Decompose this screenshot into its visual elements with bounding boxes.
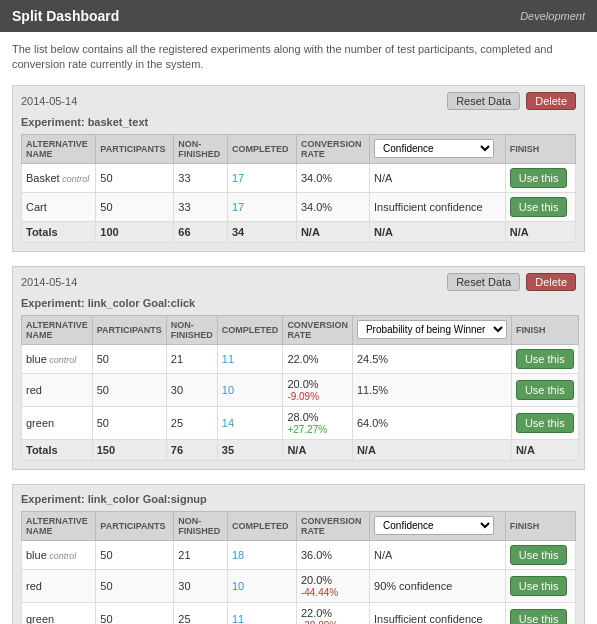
cell-participants-0-1: 50 [96, 192, 174, 221]
cell-metric-1-0: 24.5% [352, 344, 511, 373]
col-header-alt-1: ALTERNATIVE NAME [22, 315, 93, 344]
totals-non-finished-1: 76 [166, 439, 217, 460]
cell-participants-1-2: 50 [92, 406, 166, 439]
totals-conv-rate-0: N/A [296, 221, 369, 242]
cell-alt-1-0: blue control [22, 344, 93, 373]
cell-metric-2-2: Insufficient confidence [370, 602, 506, 624]
reset-button-0[interactable]: Reset Data [447, 92, 520, 110]
col-header-comp-2: COMPLETED [228, 511, 297, 540]
use-button-0-0[interactable]: Use this [510, 168, 568, 188]
totals-row-1: Totals1507635N/AN/AN/A [22, 439, 579, 460]
table-row-2-0: blue control50211836.0%N/AUse this [22, 540, 576, 569]
cell-completed-2-1: 10 [228, 569, 297, 602]
cell-conv-2-0: 36.0% [296, 540, 369, 569]
cell-completed-2-0: 18 [228, 540, 297, 569]
col-header-nf-0: NON-FINISHED [174, 134, 228, 163]
cell-completed-0-1: 17 [228, 192, 297, 221]
cell-nf-0-0: 33 [174, 163, 228, 192]
cell-completed-0-0: 17 [228, 163, 297, 192]
use-button-2-1[interactable]: Use this [510, 576, 568, 596]
col-header-conv-0: CONVERSION RATE [296, 134, 369, 163]
cell-metric-1-1: 11.5% [352, 373, 511, 406]
totals-completed-0: 34 [228, 221, 297, 242]
cell-finish-0-0[interactable]: Use this [505, 163, 575, 192]
totals-non-finished-0: 66 [174, 221, 228, 242]
use-button-2-0[interactable]: Use this [510, 545, 568, 565]
cell-finish-2-0[interactable]: Use this [505, 540, 575, 569]
totals-participants-0: 100 [96, 221, 174, 242]
cell-conv-0-1: 34.0% [296, 192, 369, 221]
col-header-metric-2[interactable]: Confidence [370, 511, 506, 540]
cell-finish-1-1[interactable]: Use this [511, 373, 578, 406]
totals-completed-1: 35 [217, 439, 283, 460]
cell-alt-1-1: red [22, 373, 93, 406]
cell-conv-0-0: 34.0% [296, 163, 369, 192]
use-button-2-2[interactable]: Use this [510, 609, 568, 624]
cell-finish-2-1[interactable]: Use this [505, 569, 575, 602]
cell-nf-2-1: 30 [174, 569, 228, 602]
cell-alt-0-0: Basket control [22, 163, 96, 192]
col-header-finish-0: FINISH [505, 134, 575, 163]
use-button-1-1[interactable]: Use this [516, 380, 574, 400]
experiment-block-1: 2014-05-14Reset DataDeleteExperiment: li… [12, 266, 585, 470]
reset-button-1[interactable]: Reset Data [447, 273, 520, 291]
page-title: Split Dashboard [12, 8, 119, 24]
cell-alt-2-2: green [22, 602, 96, 624]
cell-completed-1-2: 14 [217, 406, 283, 439]
experiment-table-1: ALTERNATIVE NAMEPARTICIPANTSNON-FINISHED… [21, 315, 579, 461]
main-content: The list below contains all the register… [0, 32, 597, 624]
experiment-table-0: ALTERNATIVE NAMEPARTICIPANTSNON-FINISHED… [21, 134, 576, 243]
page-description: The list below contains all the register… [12, 42, 585, 73]
totals-metric-1: N/A [352, 439, 511, 460]
header: Split Dashboard Development [0, 0, 597, 32]
cell-finish-0-1[interactable]: Use this [505, 192, 575, 221]
cell-finish-1-0[interactable]: Use this [511, 344, 578, 373]
experiment-name-1: Experiment: link_color Goal:click [21, 295, 576, 311]
delete-button-0[interactable]: Delete [526, 92, 576, 110]
cell-alt-1-2: green [22, 406, 93, 439]
col-header-conv-1: CONVERSION RATE [283, 315, 353, 344]
col-header-metric-1[interactable]: Probability of being Winner [352, 315, 511, 344]
cell-conv-1-0: 22.0% [283, 344, 353, 373]
col-header-part-1: PARTICIPANTS [92, 315, 166, 344]
delete-button-1[interactable]: Delete [526, 273, 576, 291]
metric-select-2[interactable]: Confidence [374, 516, 494, 535]
use-button-1-0[interactable]: Use this [516, 349, 574, 369]
col-header-comp-0: COMPLETED [228, 134, 297, 163]
experiment-block-2: Experiment: link_color Goal:signupALTERN… [12, 484, 585, 624]
col-header-part-0: PARTICIPANTS [96, 134, 174, 163]
totals-participants-1: 150 [92, 439, 166, 460]
cell-nf-2-0: 21 [174, 540, 228, 569]
totals-metric-0: N/A [370, 221, 506, 242]
cell-finish-2-2[interactable]: Use this [505, 602, 575, 624]
cell-conv-1-1: 20.0%-9.09% [283, 373, 353, 406]
cell-metric-2-1: 90% confidence [370, 569, 506, 602]
totals-finish-1: N/A [511, 439, 578, 460]
cell-participants-2-0: 50 [96, 540, 174, 569]
experiment-date-1: 2014-05-14 [21, 276, 77, 288]
metric-select-0[interactable]: Confidence [374, 139, 494, 158]
totals-finish-0: N/A [505, 221, 575, 242]
col-header-metric-0[interactable]: Confidence [370, 134, 506, 163]
cell-nf-1-2: 25 [166, 406, 217, 439]
experiment-table-2: ALTERNATIVE NAMEPARTICIPANTSNON-FINISHED… [21, 511, 576, 624]
cell-alt-2-0: blue control [22, 540, 96, 569]
use-button-1-2[interactable]: Use this [516, 413, 574, 433]
table-row-0-0: Basket control50331734.0%N/AUse this [22, 163, 576, 192]
col-header-alt-2: ALTERNATIVE NAME [22, 511, 96, 540]
control-label-2-0: control [47, 551, 77, 561]
cell-metric-0-1: Insufficient confidence [370, 192, 506, 221]
col-header-finish-1: FINISH [511, 315, 578, 344]
totals-conv-rate-1: N/A [283, 439, 353, 460]
cell-nf-0-1: 33 [174, 192, 228, 221]
col-header-conv-2: CONVERSION RATE [296, 511, 369, 540]
use-button-0-1[interactable]: Use this [510, 197, 568, 217]
cell-alt-0-1: Cart [22, 192, 96, 221]
cell-participants-2-1: 50 [96, 569, 174, 602]
cell-finish-1-2[interactable]: Use this [511, 406, 578, 439]
cell-metric-1-2: 64.0% [352, 406, 511, 439]
metric-select-1[interactable]: Probability of being Winner [357, 320, 507, 339]
cell-nf-1-0: 21 [166, 344, 217, 373]
table-row-1-1: red50301020.0%-9.09%11.5%Use this [22, 373, 579, 406]
cell-conv-1-2: 28.0%+27.27% [283, 406, 353, 439]
